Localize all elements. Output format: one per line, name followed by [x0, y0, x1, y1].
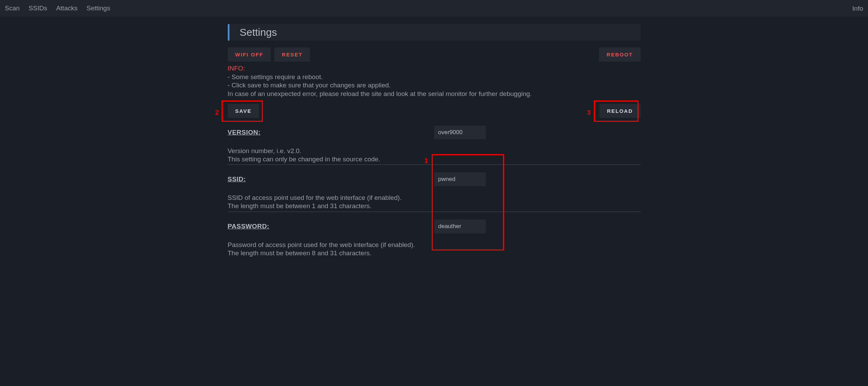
wifi-off-button[interactable]: WIFI OFF	[228, 47, 271, 62]
divider-2	[228, 212, 641, 212]
navbar: Scan SSIDs Attacks Settings Info	[0, 0, 868, 17]
page-title: Settings	[240, 26, 277, 38]
reset-button[interactable]: RESET	[274, 47, 310, 62]
nav-ssids[interactable]: SSIDs	[29, 4, 47, 12]
reboot-button[interactable]: REBOOT	[599, 47, 640, 62]
password-desc1: Password of access point used for the we…	[228, 241, 641, 249]
ssid-input[interactable]	[434, 172, 486, 186]
password-label: PASSWORD:	[228, 223, 269, 230]
main-wrapper: Settings WIFI OFF RESET REBOOT INFO: - S…	[228, 24, 641, 257]
setting-version-row: VERSION:	[228, 126, 641, 139]
ssid-label: SSID:	[228, 175, 246, 183]
version-input[interactable]	[434, 126, 486, 139]
password-desc: Password of access point used for the we…	[228, 241, 641, 257]
setting-password-row: PASSWORD:	[228, 219, 641, 233]
nav-info[interactable]: Info	[852, 5, 863, 12]
nav-scan[interactable]: Scan	[5, 4, 20, 12]
title-bar: Settings	[228, 24, 641, 41]
version-label: VERSION:	[228, 129, 261, 136]
annotation-number-3: 3	[587, 109, 591, 116]
version-desc: Version number, i.e. v2.0. This setting …	[228, 147, 641, 163]
info-line1: - Some settings require a reboot.	[228, 73, 641, 82]
nav-left: Scan SSIDs Attacks Settings	[5, 4, 110, 12]
nav-settings[interactable]: Settings	[86, 4, 110, 12]
nav-right: Info	[852, 4, 863, 12]
reload-button[interactable]: RELOAD	[599, 104, 640, 118]
save-reload-row: SAVE 2 RELOAD 3	[228, 104, 641, 118]
version-desc1: Version number, i.e. v2.0.	[228, 147, 641, 155]
nav-attacks[interactable]: Attacks	[56, 4, 77, 12]
info-line2: - Click save to make sure that your chan…	[228, 81, 641, 90]
password-input[interactable]	[434, 219, 486, 233]
ssid-desc2: The length must be between 1 and 31 char…	[228, 202, 641, 210]
setting-ssid-row: SSID:	[228, 172, 641, 186]
info-block: INFO: - Some settings require a reboot. …	[228, 64, 641, 98]
version-desc2: This setting can only be changed in the …	[228, 155, 641, 163]
info-line3: In case of an unexpected error, please r…	[228, 90, 641, 98]
divider-1	[228, 164, 641, 165]
save-button[interactable]: SAVE	[228, 104, 259, 118]
password-desc2: The length must be between 8 and 31 char…	[228, 249, 641, 257]
ssid-desc1: SSID of access point used for the web in…	[228, 194, 641, 202]
info-label: INFO:	[228, 64, 641, 73]
ssid-desc: SSID of access point used for the web in…	[228, 194, 641, 210]
annotation-number-2: 2	[215, 109, 219, 116]
action-row: WIFI OFF RESET REBOOT	[228, 47, 641, 62]
